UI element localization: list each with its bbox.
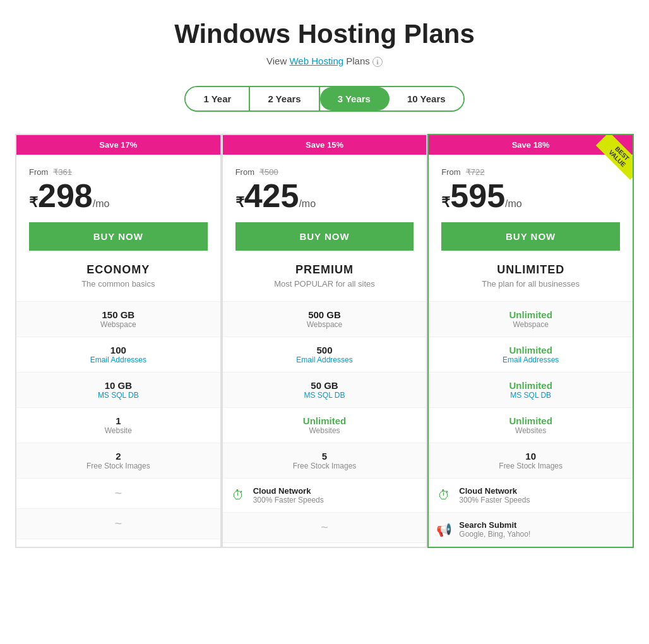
price-amount: 425	[244, 179, 299, 212]
per-mo: /mo	[299, 198, 316, 210]
info-icon[interactable]: ℹ	[372, 57, 383, 67]
feature-label: Websites	[515, 426, 546, 435]
feature-row-na: ~	[16, 479, 220, 509]
from-row: From ₹361	[29, 167, 208, 177]
feature-row: 100 Email Addresses	[16, 337, 220, 373]
feature-label: Email Addresses	[90, 355, 146, 364]
feature-row: Unlimited Webspace	[429, 302, 633, 337]
save-banner: Save 17%	[16, 135, 220, 155]
tabs-wrapper: 1 Year2 Years3 Years10 Years	[184, 86, 464, 112]
feature-value: 500	[316, 345, 332, 355]
feature-value: 2	[116, 451, 121, 462]
feature-icon: ⏱	[229, 488, 247, 503]
tab-2-years[interactable]: 2 Years	[250, 87, 319, 110]
feature-row-icon: 📢 Search Submit Google, Bing, Yahoo!	[429, 513, 633, 547]
feature-text-bold: Cloud Network	[459, 486, 530, 496]
feature-text-sub: Google, Bing, Yahoo!	[459, 530, 530, 539]
features: 500 GB Webspace 500 Email Addresses 50 G…	[223, 301, 427, 543]
feature-text-sub: 300% Faster Speeds	[253, 496, 324, 504]
plans-grid: Save 17% From ₹361 ₹ 298 /mo BUY NOW ECO…	[15, 134, 634, 548]
plan-name: UNLIMITED	[441, 263, 620, 277]
price-amount: 298	[38, 179, 93, 212]
save-banner: Save 15%	[223, 135, 427, 155]
from-label: From	[235, 167, 254, 177]
plan-card-unlimited: BESTVALUESave 18% From ₹722 ₹ 595 /mo BU…	[427, 134, 634, 548]
feature-value: Unlimited	[509, 415, 552, 426]
plan-card-premium: Save 15% From ₹500 ₹ 425 /mo BUY NOW PRE…	[222, 134, 428, 548]
feature-icon: ⏱	[435, 488, 453, 503]
feature-label: Website	[105, 426, 132, 435]
currency: ₹	[235, 194, 244, 211]
feature-value: 50 GB	[311, 380, 338, 391]
feature-text-wrap: Cloud Network 300% Faster Speeds	[459, 486, 530, 504]
feature-value: 500 GB	[308, 309, 341, 320]
feature-row: Unlimited Websites	[223, 408, 427, 443]
buy-now-button[interactable]: BUY NOW	[441, 222, 620, 251]
original-price: ₹361	[53, 167, 72, 177]
plan-body: From ₹361 ₹ 298 /mo BUY NOW ECONOMY The …	[16, 155, 220, 301]
plan-card-economy: Save 17% From ₹361 ₹ 298 /mo BUY NOW ECO…	[15, 134, 222, 548]
web-hosting-link[interactable]: Web Hosting	[289, 56, 343, 66]
feature-row-na: ~	[16, 509, 220, 539]
feature-label: Email Addresses	[296, 355, 352, 364]
feature-label: MS SQL DB	[510, 391, 551, 400]
feature-row: 150 GB Webspace	[16, 302, 220, 337]
feature-value: 100	[110, 345, 126, 355]
price-amount: 595	[450, 179, 505, 212]
best-value-ribbon: BESTVALUE	[582, 135, 633, 186]
feature-text-wrap: Cloud Network 300% Faster Speeds	[253, 486, 324, 504]
feature-icon: 📢	[435, 522, 453, 537]
from-label: From	[441, 167, 460, 177]
feature-value: Unlimited	[509, 309, 552, 320]
feature-row: 1 Website	[16, 408, 220, 443]
buy-now-button[interactable]: BUY NOW	[29, 222, 208, 251]
feature-value: 150 GB	[102, 309, 134, 320]
feature-value: 10	[525, 451, 536, 462]
from-row: From ₹500	[235, 167, 414, 177]
feature-label: Webspace	[100, 320, 136, 329]
per-mo: /mo	[93, 198, 110, 210]
feature-text-sub: 300% Faster Speeds	[459, 496, 530, 504]
buy-now-button[interactable]: BUY NOW	[235, 222, 414, 251]
feature-row: 500 Email Addresses	[223, 337, 427, 373]
plan-desc: The common basics	[29, 279, 208, 289]
feature-label: Free Stock Images	[499, 462, 563, 470]
feature-value: 10 GB	[105, 380, 132, 391]
feature-row: 500 GB Webspace	[223, 302, 427, 337]
feature-row: Unlimited Websites	[429, 408, 633, 443]
feature-row: Unlimited Email Addresses	[429, 337, 633, 373]
ribbon-text: BESTVALUE	[596, 135, 633, 180]
feature-label: Webspace	[307, 320, 342, 329]
tab-3-years[interactable]: 3 Years	[320, 87, 390, 110]
feature-value: Unlimited	[509, 380, 552, 391]
from-label: From	[29, 167, 48, 177]
tab-10-years[interactable]: 10 Years	[390, 87, 463, 110]
currency: ₹	[29, 194, 38, 211]
feature-row: Unlimited MS SQL DB	[429, 373, 633, 408]
feature-label: Webspace	[513, 320, 548, 329]
features: 150 GB Webspace 100 Email Addresses 10 G…	[16, 301, 220, 539]
feature-row: 10 GB MS SQL DB	[16, 373, 220, 408]
feature-label: MS SQL DB	[98, 391, 139, 400]
feature-text-bold: Search Submit	[459, 520, 530, 530]
plan-body: From ₹500 ₹ 425 /mo BUY NOW PREMIUM Most…	[223, 155, 427, 301]
feature-na: ~	[114, 516, 122, 531]
subtitle: View Web Hosting Plans ℹ	[13, 56, 636, 67]
feature-na: ~	[321, 520, 328, 535]
feature-row-icon: ⏱ Cloud Network 300% Faster Speeds	[429, 479, 633, 513]
feature-value: 1	[116, 415, 121, 426]
feature-label: Free Stock Images	[293, 462, 357, 470]
year-tabs: 1 Year2 Years3 Years10 Years	[13, 86, 636, 112]
original-price: ₹722	[466, 167, 485, 177]
price-row: ₹ 425 /mo	[235, 179, 414, 212]
feature-label: MS SQL DB	[304, 391, 345, 400]
feature-row: 10 Free Stock Images	[429, 443, 633, 479]
feature-row: 5 Free Stock Images	[223, 443, 427, 479]
feature-value: Unlimited	[509, 345, 552, 355]
plan-desc: Most POPULAR for all sites	[235, 279, 414, 289]
plan-name: PREMIUM	[235, 263, 414, 277]
feature-text-wrap: Search Submit Google, Bing, Yahoo!	[459, 520, 530, 539]
feature-na: ~	[114, 486, 122, 501]
original-price: ₹500	[259, 167, 278, 177]
tab-1-year[interactable]: 1 Year	[186, 87, 250, 110]
